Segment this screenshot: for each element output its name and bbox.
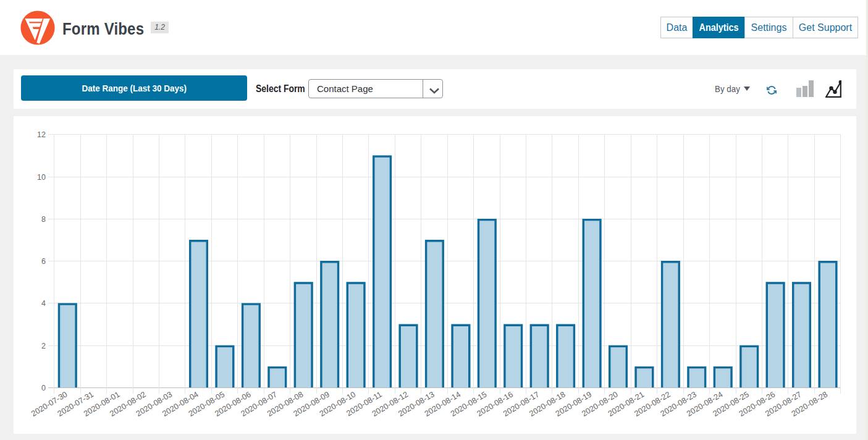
svg-text:8: 8	[41, 215, 46, 224]
svg-text:0: 0	[41, 384, 46, 392]
svg-text:10: 10	[37, 173, 46, 182]
svg-text:12: 12	[37, 130, 46, 139]
svg-text:4: 4	[41, 299, 46, 308]
svg-text:6: 6	[41, 257, 46, 266]
svg-text:2: 2	[41, 342, 46, 350]
